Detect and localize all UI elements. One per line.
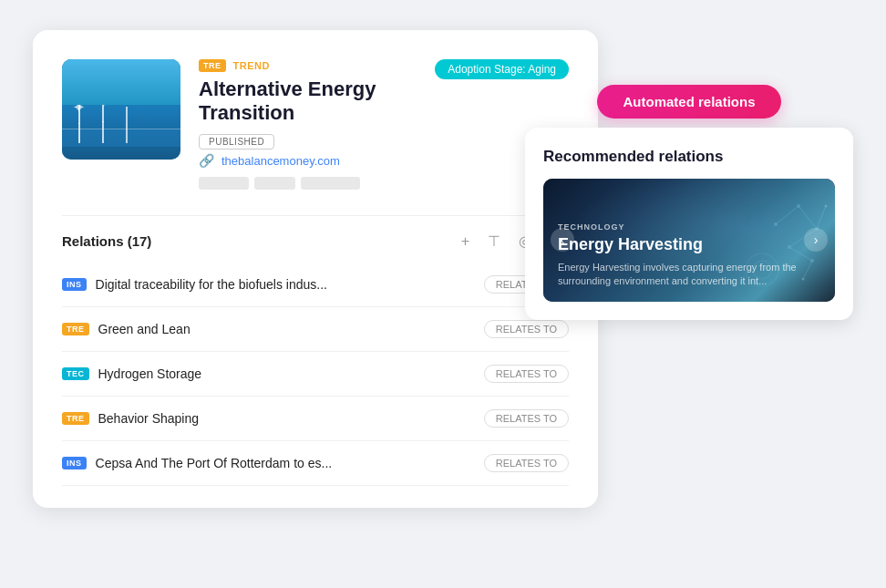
relations-title: Relations (17) xyxy=(62,233,447,249)
badge-tre: TRE xyxy=(62,412,89,425)
relates-to-button[interactable]: RELATES TO xyxy=(484,454,569,472)
energy-harvesting-card: ‹ TECHNOLOGY Energy Harvesting Energy Ha… xyxy=(543,179,835,302)
meta-section: 🔗 thebalancemoney.com xyxy=(199,153,569,190)
relation-name: Behavior Shaping xyxy=(98,411,475,426)
relation-name: Green and Lean xyxy=(98,322,475,336)
link-icon: 🔗 xyxy=(199,153,214,168)
table-row: TRE Behavior Shaping RELATES TO xyxy=(62,397,569,441)
badge-tre: TRE xyxy=(199,59,226,72)
table-row: TEC Hydrogen Storage RELATES TO xyxy=(62,352,569,397)
divider xyxy=(62,215,569,216)
relates-to-button[interactable]: RELATES TO xyxy=(484,409,569,428)
filter-button[interactable]: ⊤ xyxy=(484,231,504,252)
add-relation-button[interactable]: + xyxy=(458,232,473,252)
badge-ins: INS xyxy=(62,278,87,291)
card-title: Alternative Energy Transition xyxy=(199,77,435,126)
table-row: INS Digital traceability for the biofuel… xyxy=(62,263,569,307)
type-label: TREND xyxy=(233,60,270,71)
relations-header: Relations (17) + ⊤ ◎ ••• xyxy=(62,231,569,252)
table-row: TRE Green and Lean RELATES TO xyxy=(62,307,569,352)
recommended-card: Recommended relations xyxy=(525,128,853,320)
main-card: ✦ ✦ ✦ TRE TREND Alternative Energy Trans… xyxy=(33,30,598,509)
badge-tre: TRE xyxy=(62,323,89,335)
published-badge: PUBLISHED xyxy=(199,134,274,150)
tag-pill-2 xyxy=(254,177,295,190)
recommended-title: Recommended relations xyxy=(543,148,835,166)
relation-name: Hydrogen Storage xyxy=(98,366,475,381)
tag-pill-1 xyxy=(199,177,249,190)
badge-row: TRE TREND xyxy=(199,59,435,72)
tech-label: TECHNOLOGY xyxy=(558,222,798,232)
relations-list: INS Digital traceability for the biofuel… xyxy=(62,263,569,486)
relates-to-button[interactable]: RELATES TO xyxy=(484,365,569,383)
thumbnail: ✦ ✦ ✦ xyxy=(62,59,180,160)
automated-relations-button[interactable]: Automated relations xyxy=(597,85,780,119)
link-row: 🔗 thebalancemoney.com xyxy=(199,153,569,168)
energy-title: Energy Harvesting xyxy=(558,235,798,255)
relation-name: Digital traceability for the biofuels in… xyxy=(96,277,475,292)
relates-to-button[interactable]: RELATES TO xyxy=(484,320,569,338)
adoption-stage-badge[interactable]: Adoption Stage: Aging xyxy=(435,59,569,79)
carousel-prev-button[interactable]: ‹ xyxy=(551,228,574,252)
header-info: TRE TREND Alternative Energy Transition … xyxy=(199,59,569,191)
energy-description: Energy Harvesting involves capturing ene… xyxy=(558,261,798,289)
table-row: INS Cepsa And The Port Of Rotterdam to e… xyxy=(62,441,569,486)
relation-name: Cepsa And The Port Of Rotterdam to es... xyxy=(96,456,475,470)
badge-tec: TEC xyxy=(62,367,89,380)
badge-ins: INS xyxy=(62,457,87,469)
energy-card-content: TECHNOLOGY Energy Harvesting Energy Harv… xyxy=(543,179,835,302)
tag-pill-3 xyxy=(301,177,360,190)
website-link[interactable]: thebalancemoney.com xyxy=(222,154,340,168)
header-section: ✦ ✦ ✦ TRE TREND Alternative Energy Trans… xyxy=(62,59,569,191)
right-panel: Automated relations Recommended relation… xyxy=(525,85,853,320)
carousel-next-button[interactable]: › xyxy=(804,228,828,252)
tags-row xyxy=(199,177,569,190)
